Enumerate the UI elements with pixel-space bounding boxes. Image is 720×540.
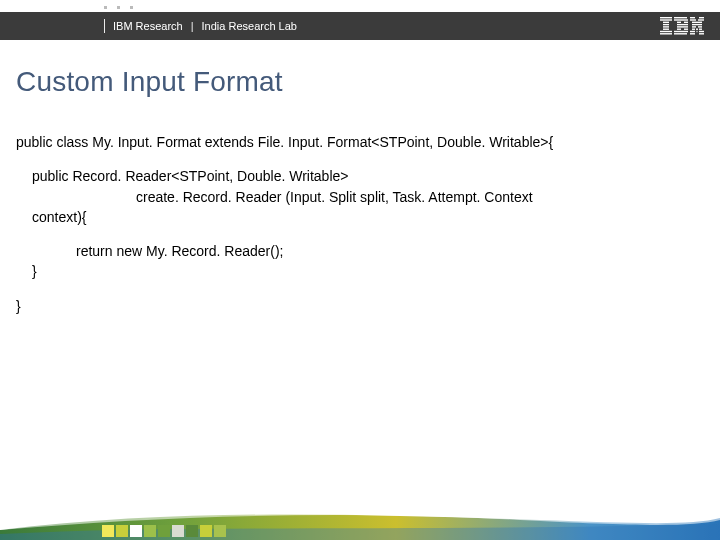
code-line: context){ (16, 207, 704, 227)
svg-rect-11 (684, 22, 688, 23)
svg-rect-16 (674, 31, 688, 32)
svg-rect-31 (697, 31, 698, 32)
svg-rect-5 (663, 29, 669, 30)
svg-rect-3 (663, 24, 669, 25)
svg-rect-15 (684, 29, 688, 30)
mosaic-square (172, 525, 184, 537)
svg-rect-26 (698, 26, 702, 27)
mosaic-square (102, 525, 114, 537)
spacer (16, 152, 704, 166)
svg-rect-32 (699, 31, 704, 32)
svg-rect-30 (690, 31, 695, 32)
mosaic-square (158, 525, 170, 537)
mosaic-square (186, 525, 198, 537)
code-line: return new My. Record. Reader(); (16, 241, 704, 261)
slide: IBM Research | India Research Lab (0, 0, 720, 540)
svg-rect-1 (660, 19, 672, 20)
svg-rect-33 (690, 33, 695, 34)
header-vertical-separator (104, 19, 105, 33)
svg-rect-4 (663, 26, 669, 27)
svg-rect-21 (698, 19, 704, 20)
svg-rect-28 (696, 29, 698, 30)
svg-rect-20 (690, 19, 696, 20)
footer-mosaic (102, 525, 226, 537)
code-line: } (16, 296, 704, 316)
svg-rect-12 (677, 24, 688, 25)
svg-rect-17 (674, 33, 687, 34)
header-bar: IBM Research | India Research Lab (0, 12, 720, 40)
svg-rect-6 (660, 31, 672, 32)
svg-rect-19 (699, 17, 704, 18)
svg-rect-29 (699, 29, 702, 30)
svg-rect-0 (660, 17, 672, 18)
header-left: IBM Research | India Research Lab (0, 19, 297, 33)
mosaic-square (116, 525, 128, 537)
spacer (16, 227, 704, 241)
pip (104, 6, 107, 9)
svg-rect-25 (692, 26, 696, 27)
header-org: IBM Research (113, 20, 183, 32)
svg-rect-14 (677, 29, 681, 30)
ibm-logo-icon (660, 17, 704, 35)
code-line: public Record. Reader<STPoint, Double. W… (16, 166, 704, 186)
code-line: } (16, 261, 704, 281)
header-separator: | (191, 20, 194, 32)
code-block: public class My. Input. Format extends F… (16, 132, 704, 316)
header-lab: India Research Lab (202, 20, 297, 32)
mosaic-square (214, 525, 226, 537)
mosaic-square (144, 525, 156, 537)
footer-band (0, 502, 720, 540)
pip (117, 6, 120, 9)
slide-title: Custom Input Format (16, 66, 283, 98)
spacer (16, 282, 704, 296)
svg-rect-8 (674, 17, 687, 18)
code-line: public class My. Input. Format extends F… (16, 132, 704, 152)
svg-rect-27 (692, 29, 695, 30)
pip (130, 6, 133, 9)
svg-rect-24 (692, 24, 702, 25)
svg-rect-34 (699, 33, 704, 34)
svg-rect-9 (674, 19, 688, 20)
mosaic-square (200, 525, 212, 537)
svg-rect-23 (697, 22, 702, 23)
svg-rect-7 (660, 33, 672, 34)
svg-rect-22 (692, 22, 697, 23)
svg-rect-18 (690, 17, 695, 18)
svg-rect-2 (663, 22, 669, 23)
mosaic-square (130, 525, 142, 537)
svg-rect-13 (677, 26, 688, 27)
decorative-pips (104, 6, 133, 9)
code-line: create. Record. Reader (Input. Split spl… (16, 187, 704, 207)
svg-rect-10 (677, 22, 681, 23)
